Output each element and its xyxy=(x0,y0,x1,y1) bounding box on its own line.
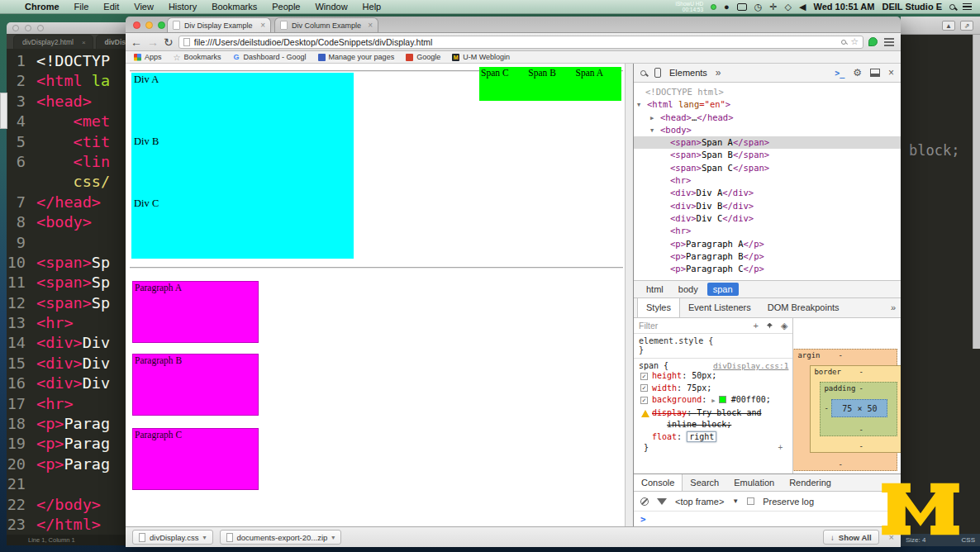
recorder-menu-icon[interactable]: ● xyxy=(724,2,730,12)
show-all-downloads-button[interactable]: ↓ Show All xyxy=(823,530,879,545)
filter-icon[interactable] xyxy=(657,498,667,505)
more-tabs-icon[interactable]: » xyxy=(716,68,721,78)
spotlight-icon[interactable] xyxy=(949,4,955,10)
close-window-button[interactable] xyxy=(133,21,140,29)
extension-icon[interactable] xyxy=(868,37,878,46)
bookmark-item[interactable]: MU-M Weblogin xyxy=(452,53,510,61)
dock-side-icon[interactable] xyxy=(870,69,880,77)
minimize-window-button[interactable] xyxy=(145,21,153,29)
dom-tree-row[interactable]: <p>Paragraph C</p> xyxy=(634,263,901,275)
menu-item-people[interactable]: People xyxy=(272,2,300,12)
disclosure-open-icon[interactable]: ▼ xyxy=(637,99,640,112)
dom-tree-row[interactable]: <div>Div C</div> xyxy=(634,212,901,225)
battery-icon[interactable]: ◇ xyxy=(785,2,792,12)
display-menu-icon[interactable] xyxy=(737,3,747,11)
forward-button[interactable]: → xyxy=(147,36,159,48)
css-property-float[interactable]: float: right xyxy=(639,431,787,444)
browser-tab[interactable]: Div Display Example× xyxy=(167,17,271,32)
dom-tree-row[interactable]: <hr> xyxy=(634,174,901,187)
page-scrollbar[interactable] xyxy=(625,64,633,526)
pin-icon[interactable] xyxy=(767,323,773,329)
console-tab-console[interactable]: Console xyxy=(634,474,683,491)
css-property-height[interactable]: ✓height: 50px; xyxy=(639,370,787,383)
bookmark-star-icon[interactable]: ☆ xyxy=(850,36,859,47)
bookmark-item[interactable]: GDashboard - Googl xyxy=(233,53,307,61)
css-property-display[interactable]: display: Try block and xyxy=(639,407,787,420)
download-caret-icon[interactable]: ▾ xyxy=(331,534,335,541)
menu-item-bookmarks[interactable]: Bookmarks xyxy=(212,2,257,12)
stylesheet-link[interactable]: divDisplay.css:1 xyxy=(713,361,789,370)
menu-item-window[interactable]: Window xyxy=(315,2,347,12)
dom-tree-row[interactable]: <div>Div A</div> xyxy=(634,187,901,199)
dom-tree-row[interactable]: ▼<body> xyxy=(634,124,901,136)
dom-tree-row[interactable]: ▶<head>…</head> xyxy=(634,112,901,124)
sidebar-tab-event-listeners[interactable]: Event Listeners xyxy=(680,298,759,317)
zoom-icon[interactable] xyxy=(841,40,846,45)
menu-item-help[interactable]: Help xyxy=(363,2,382,12)
dom-tree-row[interactable]: <span>Span B</span> xyxy=(634,149,901,161)
dom-tree-row[interactable]: ▼<html lang="en"> xyxy=(634,98,901,111)
dom-tree-row[interactable]: <hr> xyxy=(634,225,901,237)
console-input-line[interactable]: > xyxy=(634,512,901,526)
dom-tree-row[interactable]: <p>Paragraph A</p> xyxy=(634,238,901,250)
editor-zoom-button[interactable] xyxy=(37,25,44,31)
menu-bar-clock[interactable]: Wed 10:51 AM xyxy=(814,2,875,12)
dom-tree-row[interactable]: <span>Span A</span> xyxy=(634,136,901,149)
frame-selector-caret-icon[interactable]: ▼ xyxy=(732,497,739,505)
crumb-html[interactable]: html xyxy=(640,283,669,296)
bookmark-item[interactable]: Manage your pages xyxy=(318,53,395,61)
close-devtools-icon[interactable]: × xyxy=(888,68,894,78)
crumb-body[interactable]: body xyxy=(673,283,704,296)
bookmark-item[interactable]: Google xyxy=(406,53,440,61)
tab-close-icon[interactable]: × xyxy=(260,21,265,30)
property-value-editor[interactable]: right xyxy=(687,431,716,442)
menu-item-edit[interactable]: Edit xyxy=(103,2,119,12)
property-checkbox[interactable]: ✓ xyxy=(640,397,648,404)
filter-input[interactable]: Filter xyxy=(639,321,745,331)
editor-scrollbar[interactable] xyxy=(973,35,980,349)
gear-icon[interactable]: ⚙ xyxy=(853,68,862,78)
console-tab-search[interactable]: Search xyxy=(683,474,726,491)
address-bar[interactable]: file:///Users/deilstudioe/Desktop/CodeSn… xyxy=(178,36,863,49)
time-machine-icon[interactable]: ◷ xyxy=(754,2,763,12)
box-model-content[interactable]: 75 × 50 xyxy=(831,399,887,417)
css-editor-code[interactable]: block; xyxy=(901,35,980,534)
preserve-log-checkbox[interactable] xyxy=(747,497,754,505)
syntax-label[interactable]: CSS xyxy=(962,534,975,546)
sidebar-tab-dom-breakpoints[interactable]: DOM Breakpoints xyxy=(759,298,848,317)
dom-tree-row[interactable]: <!DOCTYPE html> xyxy=(634,86,901,98)
menu-item-history[interactable]: History xyxy=(169,2,197,12)
user-account-menu[interactable]: DEIL Studio E xyxy=(882,2,942,12)
css-property-background[interactable]: ✓background: ▶ #00ff00; xyxy=(639,394,787,407)
download-item[interactable]: documents-export-20...zip▾ xyxy=(220,530,342,545)
accessibility-icon[interactable]: ✛ xyxy=(769,2,777,12)
browser-tab[interactable]: Div Column Example× xyxy=(274,17,378,32)
expand-icon[interactable]: ⇗ xyxy=(960,21,973,31)
add-property-icon[interactable]: + xyxy=(778,443,783,452)
dom-tree-row[interactable]: <p>Paragraph B</p> xyxy=(634,250,901,263)
property-checkbox[interactable]: ✓ xyxy=(640,384,648,392)
console-tab-emulation[interactable]: Emulation xyxy=(726,474,782,491)
chrome-menu-icon[interactable] xyxy=(882,36,896,48)
element-style-rule[interactable]: element.style { } xyxy=(634,334,792,359)
editor-close-button[interactable] xyxy=(12,25,19,31)
css-property-width[interactable]: ✓width: 75px; xyxy=(639,383,787,395)
menu-item-view[interactable]: View xyxy=(134,2,154,12)
console-tab-rendering[interactable]: Rendering xyxy=(782,474,839,491)
reload-button[interactable]: ↻ xyxy=(164,36,174,48)
download-caret-icon[interactable]: ▾ xyxy=(202,534,206,541)
computed-toggle-icon[interactable]: ◈ xyxy=(781,321,787,331)
disclosure-open-icon[interactable]: ▼ xyxy=(650,125,654,137)
sidebar-more-icon[interactable]: » xyxy=(891,298,901,317)
color-swatch[interactable] xyxy=(719,396,726,403)
sidebar-tab-styles[interactable]: Styles xyxy=(637,298,680,317)
frame-selector[interactable]: <top frame> xyxy=(675,497,724,507)
notification-center-icon[interactable] xyxy=(963,3,972,11)
url-text[interactable]: file:///Users/deilstudioe/Desktop/CodeSn… xyxy=(194,37,837,47)
back-button[interactable]: ← xyxy=(131,36,142,48)
editor-tab[interactable]: divDisplay2.html× xyxy=(13,35,93,49)
rule-selector[interactable]: span { xyxy=(639,361,668,370)
bookmark-item[interactable]: Apps xyxy=(134,53,162,61)
menu-item-chrome[interactable]: Chrome xyxy=(25,2,59,12)
clear-console-icon[interactable] xyxy=(640,497,649,506)
